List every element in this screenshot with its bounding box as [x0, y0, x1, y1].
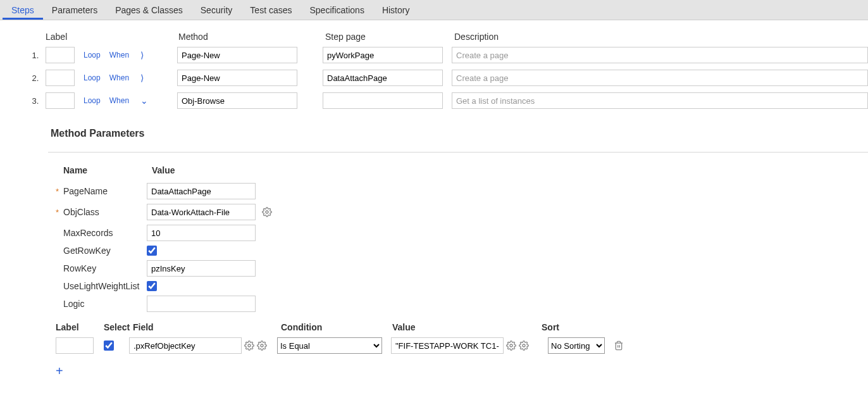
param-row-objclass: * ObjClass [48, 204, 868, 220]
param-name-label: GetRowKey [63, 246, 147, 256]
loop-link[interactable]: Loop [84, 51, 101, 59]
step-page-input[interactable] [323, 47, 443, 63]
gear-icon[interactable] [244, 341, 254, 351]
step-description-input[interactable] [452, 70, 868, 86]
filter-sort-select[interactable]: No Sorting [548, 337, 605, 354]
params-table: Name Value * PageName * ObjClass MaxReco… [48, 165, 868, 312]
filter-header-sort: Sort [542, 322, 605, 332]
tab-pages-classes[interactable]: Pages & Classes [106, 0, 192, 20]
loop-link[interactable]: Loop [84, 96, 101, 105]
chevron-right-icon[interactable]: ⟩ [140, 50, 144, 60]
filter-row: Is Equal No Sorting [48, 337, 868, 354]
step-page-input[interactable] [323, 70, 443, 86]
step-method-input[interactable] [177, 92, 297, 109]
step-row-3: 3. Loop When ⌄ [25, 92, 868, 109]
filter-header: Label Select Field Condition Value Sort [48, 322, 868, 332]
tab-test-cases[interactable]: Test cases [241, 0, 301, 20]
filter-header-select: Select [104, 322, 133, 332]
add-row-icon[interactable]: + [56, 364, 868, 378]
content-area: Label Method Step page Description 1. Lo… [0, 20, 868, 390]
param-name-label: PageName [63, 186, 147, 196]
gear-icon[interactable] [262, 207, 272, 217]
tab-history[interactable]: History [373, 0, 419, 20]
step-label-input[interactable] [46, 70, 75, 86]
gear-icon[interactable] [257, 341, 267, 351]
filter-header-field: Field [133, 322, 281, 332]
tab-steps[interactable]: Steps [3, 0, 43, 20]
when-link[interactable]: When [109, 96, 129, 105]
steps-header: Label Method Step page Description [25, 32, 868, 42]
filter-header-condition: Condition [281, 322, 392, 332]
param-row-pagename: * PageName [48, 183, 868, 199]
tab-parameters[interactable]: Parameters [43, 0, 106, 20]
svg-point-3 [510, 344, 512, 347]
param-value-input[interactable] [147, 183, 256, 199]
steps-table: Label Method Step page Description 1. Lo… [25, 32, 868, 109]
param-name-label: RowKey [63, 263, 147, 273]
param-value-input[interactable] [147, 296, 256, 312]
trash-icon[interactable] [614, 341, 624, 351]
param-row-getrowkey: GetRowKey [48, 246, 868, 256]
param-name-label: ObjClass [63, 207, 147, 217]
filter-condition-select[interactable]: Is Equal [277, 337, 382, 354]
header-description: Description [454, 32, 868, 42]
svg-point-2 [261, 344, 263, 347]
step-row-2: 2. Loop When ⟩ [25, 70, 868, 86]
when-link[interactable]: When [109, 73, 129, 82]
chevron-right-icon[interactable]: ⟩ [140, 73, 144, 83]
step-page-input[interactable] [323, 92, 443, 109]
param-value-input[interactable] [147, 204, 256, 220]
param-header-name: Name [63, 165, 152, 175]
tab-specifications[interactable]: Specifications [301, 0, 373, 20]
filter-value-input[interactable] [391, 337, 504, 354]
filter-header-label: Label [56, 322, 104, 332]
step-label-input[interactable] [46, 92, 75, 109]
svg-point-0 [266, 211, 268, 213]
param-checkbox[interactable] [147, 281, 157, 291]
step-number: 1. [25, 51, 46, 60]
svg-point-1 [248, 344, 251, 347]
filter-label-input[interactable] [56, 337, 94, 354]
param-value-input[interactable] [147, 225, 256, 241]
param-value-input[interactable] [147, 260, 256, 277]
param-row-logic: Logic [48, 296, 868, 312]
header-method: Method [178, 32, 300, 42]
step-method-input[interactable] [177, 70, 297, 86]
param-name-label: UseLightWeightList [63, 281, 147, 291]
param-row-uselightweightlist: UseLightWeightList [48, 281, 868, 291]
gear-icon[interactable] [506, 341, 516, 351]
tab-bar: Steps Parameters Pages & Classes Securit… [0, 0, 868, 20]
param-header-value: Value [152, 165, 278, 175]
svg-point-4 [523, 344, 525, 347]
param-name-label: MaxRecords [63, 228, 147, 238]
filter-header-value: Value [392, 322, 542, 332]
step-number: 2. [25, 73, 46, 83]
param-row-rowkey: RowKey [48, 260, 868, 277]
params-header: Name Value [48, 165, 868, 175]
method-parameters-header: Method Parameters [51, 128, 868, 142]
tab-security[interactable]: Security [192, 0, 242, 20]
gear-icon[interactable] [519, 341, 529, 351]
filter-select-checkbox[interactable] [104, 341, 114, 351]
param-name-label: Logic [63, 299, 147, 309]
required-star-icon: * [56, 208, 62, 217]
param-row-maxrecords: MaxRecords [48, 225, 868, 241]
step-number: 3. [25, 96, 46, 106]
when-link[interactable]: When [109, 51, 129, 59]
step-label-input[interactable] [46, 47, 75, 63]
chevron-down-icon[interactable]: ⌄ [140, 96, 148, 106]
step-row-1: 1. Loop When ⟩ [25, 47, 868, 63]
step-description-input[interactable] [452, 92, 868, 109]
param-checkbox[interactable] [147, 246, 157, 256]
required-star-icon: * [56, 187, 62, 196]
header-step-page: Step page [325, 32, 445, 42]
header-label: Label [46, 32, 85, 42]
filter-field-input[interactable] [129, 337, 242, 354]
loop-link[interactable]: Loop [84, 73, 101, 82]
step-description-input[interactable] [452, 47, 868, 63]
step-method-input[interactable] [177, 47, 297, 63]
